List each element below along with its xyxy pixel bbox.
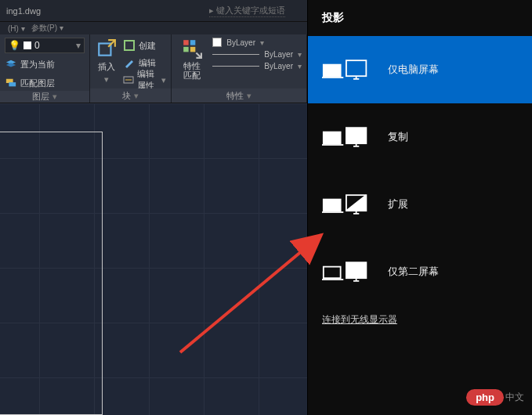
cad-titlebar: ing1.dwg 键入关键字或短语 <box>0 0 307 22</box>
panel-layers-footer[interactable]: 图层 <box>0 91 89 103</box>
watermark-brand: php <box>466 389 504 406</box>
match-properties-icon <box>181 38 203 60</box>
project-option-label: 扩展 <box>388 197 408 211</box>
connect-wireless-display-link[interactable]: 连接到无线显示器 <box>308 313 532 327</box>
chevron-down-icon: ▾ <box>104 74 109 85</box>
svg-rect-10 <box>346 60 366 76</box>
svg-rect-8 <box>190 47 196 52</box>
color-swatch-icon <box>212 38 222 47</box>
project-option-label: 仅第二屏幕 <box>388 265 439 279</box>
svg-rect-7 <box>183 47 189 52</box>
insert-icon <box>96 38 118 60</box>
linetype-dropdown[interactable]: ByLayer ▾ <box>212 62 302 70</box>
ribbon-tab-h[interactable]: (H) <box>8 24 25 33</box>
lineweight-dropdown[interactable]: ByLayer ▾ <box>212 50 302 59</box>
svg-rect-6 <box>190 40 196 45</box>
edit-attrib-icon <box>123 74 134 86</box>
extend-icon <box>322 191 369 218</box>
project-option-pc-only[interactable]: 仅电脑屏幕 <box>308 36 532 103</box>
ribbon-tab-params[interactable]: 参数(P) <box>31 23 63 34</box>
chevron-down-icon: ▾ <box>161 75 166 85</box>
duplicate-icon <box>322 124 369 150</box>
svg-rect-15 <box>324 267 341 279</box>
chevron-down-icon: ▾ <box>260 38 264 47</box>
svg-rect-5 <box>183 40 189 45</box>
chevron-down-icon: ▾ <box>298 50 302 59</box>
edit-label: 编辑 <box>139 57 156 69</box>
svg-rect-13 <box>324 200 341 211</box>
ribbon-tab-row: (H) 参数(P) <box>0 22 307 34</box>
match-layer-icon <box>5 77 17 89</box>
svg-rect-1 <box>9 82 16 86</box>
match-properties-button[interactable]: 特性 匹配 <box>176 38 208 80</box>
set-current-label: 置为当前 <box>20 59 55 70</box>
project-option-label: 复制 <box>388 130 408 144</box>
svg-rect-12 <box>346 128 366 143</box>
project-option-label: 仅电脑屏幕 <box>388 63 439 77</box>
lineweight-icon <box>212 54 259 55</box>
match-layer-label: 匹配图层 <box>20 78 55 89</box>
project-option-second-only[interactable]: 仅第二屏幕 <box>308 238 532 305</box>
layers-icon <box>5 58 17 70</box>
project-option-extend[interactable]: 扩展 <box>308 171 532 238</box>
drawing-canvas[interactable] <box>0 103 307 415</box>
current-layer-dropdown[interactable]: 💡 0 <box>5 38 85 53</box>
watermark-text: 中文 <box>505 391 524 404</box>
create-icon <box>123 39 136 52</box>
watermark: php 中文 <box>466 389 524 406</box>
linetype-value: ByLayer <box>264 62 293 70</box>
match-layer-button[interactable]: 匹配图层 <box>5 75 85 91</box>
panel-properties: 特性 匹配 ByLayer ▾ ByLayer ▾ By <box>172 34 307 103</box>
lightbulb-icon: 💡 <box>9 40 20 51</box>
pc-only-icon <box>322 56 369 83</box>
cad-window: ing1.dwg 键入关键字或短语 (H) 参数(P) 💡 0 置为当前 <box>0 0 307 415</box>
ribbon: 💡 0 置为当前 匹配图层 图层 <box>0 34 307 103</box>
svg-rect-11 <box>324 132 341 144</box>
project-option-duplicate[interactable]: 复制 <box>308 103 532 171</box>
insert-block-button[interactable]: 插入 ▾ <box>95 38 118 85</box>
set-current-layer-button[interactable]: 置为当前 <box>5 56 85 72</box>
match-props-label: 特性 匹配 <box>183 61 201 80</box>
ribbon-search-input[interactable]: 键入关键字或短语 <box>209 5 285 17</box>
create-block-button[interactable]: 创建 <box>123 38 167 53</box>
linetype-icon <box>212 66 259 67</box>
edit-icon <box>123 56 136 69</box>
svg-rect-16 <box>346 262 366 278</box>
create-label: 创建 <box>139 40 156 52</box>
color-value: ByLayer <box>226 38 255 47</box>
document-title: ing1.dwg <box>6 6 41 16</box>
panel-layers: 💡 0 置为当前 匹配图层 图层 <box>0 34 90 103</box>
edit-attrib-button[interactable]: 编辑属性 ▾ <box>123 72 167 88</box>
svg-rect-3 <box>125 41 134 50</box>
panel-blocks-footer[interactable]: 块 <box>90 88 172 103</box>
layer-name: 0 <box>34 40 40 51</box>
lineweight-value: ByLayer <box>264 50 293 59</box>
second-only-icon <box>322 258 369 285</box>
panel-blocks: 插入 ▾ 创建 编辑 <box>90 34 172 103</box>
project-panel-title: 投影 <box>308 0 532 36</box>
layer-color-swatch <box>24 42 31 49</box>
panel-properties-footer[interactable]: 特性 <box>172 88 306 103</box>
color-dropdown[interactable]: ByLayer ▾ <box>212 38 302 47</box>
insert-label: 插入 <box>98 61 115 73</box>
project-panel: 投影 仅电脑屏幕 复制 <box>307 0 532 415</box>
chevron-down-icon: ▾ <box>298 62 302 70</box>
svg-rect-9 <box>324 65 341 77</box>
